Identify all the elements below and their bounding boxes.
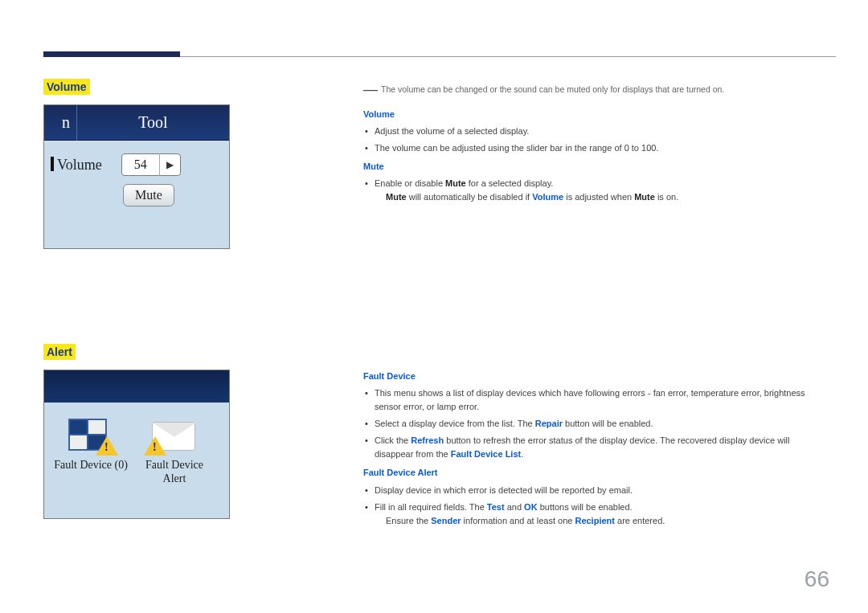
volume-list: Adjust the volume of a selected display.…	[363, 125, 828, 155]
mute-button[interactable]: Mute	[123, 184, 174, 206]
warning-icon	[96, 436, 118, 456]
note-line: ―The volume can be changed or the sound …	[363, 79, 828, 101]
fault-device-alert-tile[interactable]: Fault Device Alert	[137, 415, 211, 486]
fault-device-list: This menu shows a list of display device…	[363, 386, 828, 461]
fault-device-alert-list: Display device in which error is detecte…	[363, 484, 828, 528]
mute-list: Enable or disable Mute for a selected di…	[363, 177, 828, 204]
left-column: Volume n Tool Volume 54 ▶ Mute	[43, 79, 244, 519]
volume-subheading: Volume	[363, 108, 828, 121]
header-accent-bar	[43, 51, 180, 57]
fault-device-tile[interactable]: Fault Device (0)	[54, 415, 128, 486]
list-item: Enable or disable Mute for a selected di…	[375, 177, 828, 204]
tab-tool[interactable]: Tool	[77, 113, 229, 132]
alert-top-bar	[44, 370, 229, 403]
list-item: This menu shows a list of display device…	[375, 386, 828, 414]
volume-tabbar: n Tool	[44, 105, 229, 141]
mute-note: Mute will automatically be disabled if V…	[375, 190, 828, 204]
right-column: ―The volume can be changed or the sound …	[363, 79, 828, 531]
list-item: Select a display device from the list. T…	[375, 417, 828, 431]
volume-section: Volume n Tool Volume 54 ▶ Mute	[43, 79, 244, 249]
volume-spinbox[interactable]: 54 ▶	[121, 153, 181, 176]
volume-field-label: Volume	[51, 157, 102, 174]
alert-section: Alert Fault Device (0) Fault Device Al	[43, 344, 244, 519]
list-item: Display device in which error is detecte…	[375, 484, 828, 497]
list-item: Adjust the volume of a selected display.	[375, 125, 828, 138]
tab-cropped: n	[44, 113, 76, 132]
alert-heading: Alert	[43, 344, 76, 360]
list-item: Click the Refresh button to refresh the …	[375, 434, 828, 461]
fault-device-subheading: Fault Device	[363, 370, 828, 383]
fault-device-alert-subheading: Fault Device Alert	[363, 466, 828, 480]
fault-device-label: Fault Device (0)	[54, 459, 128, 472]
alert-text-block: Fault Device This menu shows a list of d…	[363, 370, 828, 527]
fda-note: Ensure the Sender information and at lea…	[375, 514, 828, 528]
volume-screenshot: n Tool Volume 54 ▶ Mute	[43, 104, 230, 249]
fault-alert-icon	[149, 415, 200, 454]
list-item: The volume can be adjusted using the sli…	[375, 141, 828, 155]
volume-value: 54	[122, 157, 159, 172]
volume-step-icon[interactable]: ▶	[159, 153, 180, 176]
volume-panel-body: Volume 54 ▶ Mute	[44, 141, 229, 206]
page-number: 66	[805, 566, 829, 592]
mute-subheading: Mute	[363, 160, 828, 174]
warning-icon	[144, 436, 166, 456]
list-item: Fill in all required fields. The Test an…	[375, 501, 828, 528]
volume-heading: Volume	[43, 79, 90, 95]
fault-device-icon	[65, 415, 117, 454]
alert-screenshot: Fault Device (0) Fault Device Alert	[43, 370, 230, 519]
fault-alert-label: Fault Device Alert	[137, 459, 211, 486]
